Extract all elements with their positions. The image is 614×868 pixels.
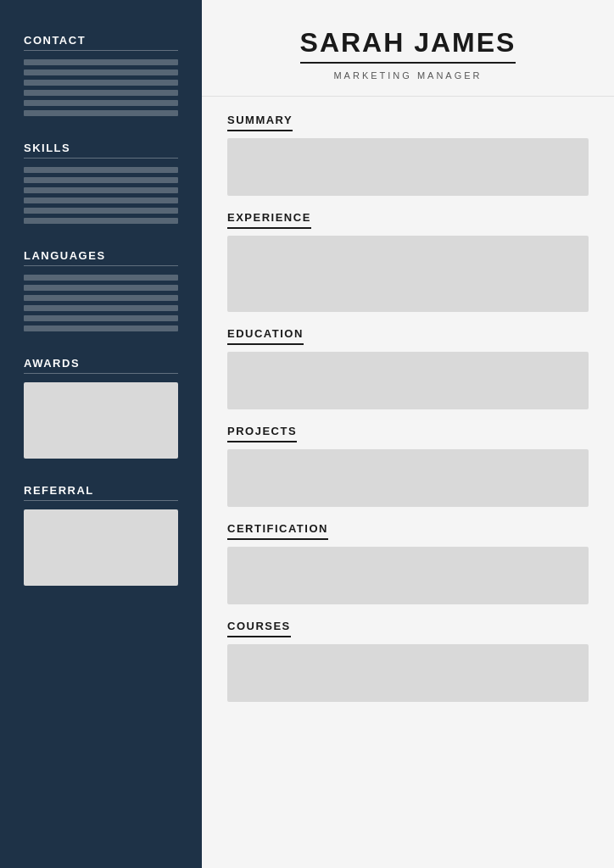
sidebar-languages-title: LANGUAGES: [24, 249, 178, 266]
referral-placeholder: [24, 509, 178, 586]
skills-line-3: [24, 187, 178, 193]
languages-line-3: [24, 295, 178, 301]
header-title: MARKETING MANAGER: [227, 70, 589, 81]
sidebar-section-referral: REFERRAL: [24, 484, 178, 586]
sidebar-section-awards: AWARDS: [24, 357, 178, 459]
projects-placeholder: [227, 449, 589, 507]
skills-line-2: [24, 177, 178, 183]
languages-line-1: [24, 275, 178, 281]
experience-placeholder: [227, 236, 589, 312]
languages-line-4: [24, 305, 178, 311]
section-certification: CERTIFICATION: [227, 522, 589, 604]
main-content: SARAH JAMES MARKETING MANAGER SUMMARY EX…: [202, 0, 614, 868]
sidebar-referral-title: REFERRAL: [24, 484, 178, 501]
contact-lines: [24, 59, 178, 116]
skills-line-1: [24, 167, 178, 173]
summary-placeholder: [227, 138, 589, 196]
courses-title: COURSES: [227, 620, 291, 637]
header-name: SARAH JAMES: [300, 27, 516, 64]
sidebar-skills-title: SKILLS: [24, 142, 178, 159]
languages-line-2: [24, 285, 178, 291]
languages-line-5: [24, 315, 178, 321]
experience-title: EXPERIENCE: [227, 211, 311, 229]
skills-line-5: [24, 208, 178, 214]
sidebar-section-skills: SKILLS: [24, 142, 178, 224]
contact-line-2: [24, 70, 178, 75]
contact-line-4: [24, 90, 178, 96]
resume-container: CONTACT SKILLS LANGU: [0, 0, 614, 868]
contact-line-1: [24, 59, 178, 65]
awards-placeholder: [24, 382, 178, 459]
section-summary: SUMMARY: [227, 114, 589, 196]
projects-title: PROJECTS: [227, 425, 297, 442]
courses-placeholder: [227, 644, 589, 702]
header: SARAH JAMES MARKETING MANAGER: [202, 0, 614, 97]
skills-line-4: [24, 198, 178, 203]
sidebar-section-languages: LANGUAGES: [24, 249, 178, 331]
languages-line-6: [24, 326, 178, 331]
section-education: EDUCATION: [227, 327, 589, 409]
contact-line-5: [24, 100, 178, 106]
sidebar-section-contact: CONTACT: [24, 34, 178, 116]
education-title: EDUCATION: [227, 327, 304, 345]
skills-lines: [24, 167, 178, 224]
sidebar: CONTACT SKILLS LANGU: [0, 0, 202, 868]
education-placeholder: [227, 352, 589, 409]
section-courses: COURSES: [227, 620, 589, 702]
contact-line-6: [24, 110, 178, 116]
sidebar-contact-title: CONTACT: [24, 34, 178, 51]
certification-title: CERTIFICATION: [227, 522, 328, 540]
contact-line-3: [24, 80, 178, 86]
section-experience: EXPERIENCE: [227, 211, 589, 312]
skills-line-6: [24, 218, 178, 224]
main-sections: SUMMARY EXPERIENCE EDUCATION PROJECTS CE…: [202, 97, 614, 719]
certification-placeholder: [227, 547, 589, 604]
languages-lines: [24, 275, 178, 331]
summary-title: SUMMARY: [227, 114, 293, 131]
sidebar-awards-title: AWARDS: [24, 357, 178, 374]
section-projects: PROJECTS: [227, 425, 589, 507]
